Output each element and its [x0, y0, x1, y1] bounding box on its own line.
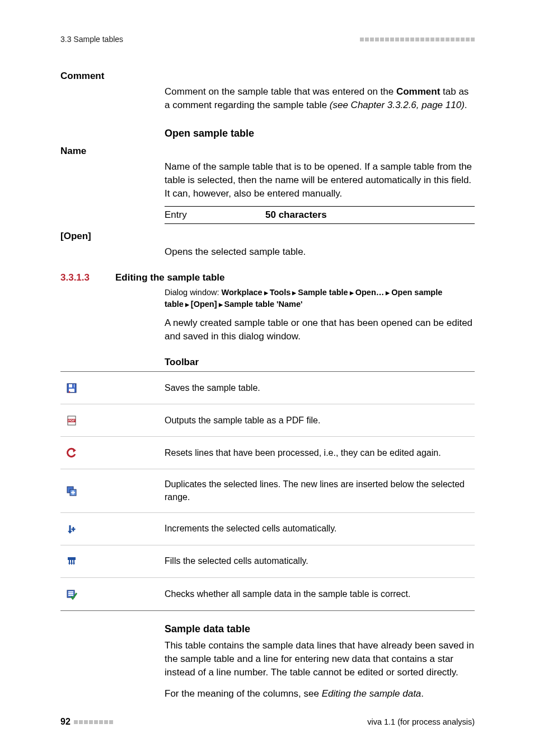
svg-rect-17 — [68, 557, 76, 560]
header-decoration-icon — [360, 38, 475, 41]
footer-decoration-icon — [74, 720, 113, 724]
section-header: 3.3.1.3 Editing the sample table — [60, 272, 475, 283]
row-desc: Outputs the sample table as a PDF file. — [165, 405, 475, 436]
page-footer: 92 viva 1.1 (for process analysis) — [60, 717, 475, 727]
section-ref: 3.3 Sample tables — [60, 35, 123, 44]
table-row: Saves the sample table. — [60, 372, 475, 404]
table-row: Checks whether all sample data in the sa… — [60, 578, 475, 610]
entry-label: Entry — [165, 208, 209, 222]
sample-data-table-heading: Sample data table — [165, 622, 475, 637]
row-desc: Duplicates the selected lines. The new l… — [165, 469, 475, 512]
svg-marker-22 — [71, 563, 73, 565]
term-open: [Open] — [60, 231, 475, 242]
svg-rect-27 — [68, 595, 73, 596]
sample-data-p2: For the meaning of the columns, see Edit… — [165, 687, 475, 701]
open-sample-table-heading: Open sample table — [165, 127, 475, 141]
svg-marker-23 — [73, 563, 75, 565]
section-title: Editing the sample table — [115, 272, 225, 283]
entry-value: 50 characters — [265, 208, 327, 222]
row-desc: Resets lines that have been processed, i… — [165, 438, 475, 468]
term-name: Name — [60, 146, 475, 157]
increment-icon — [60, 515, 165, 544]
table-row: Duplicates the selected lines. The new l… — [60, 469, 475, 513]
comment-body: Comment on the sample table that was ent… — [165, 85, 475, 112]
row-desc: Fills the selected cells automatically. — [165, 546, 475, 576]
row-desc: Checks whether all sample data in the sa… — [165, 579, 475, 609]
svg-text:PDF: PDF — [68, 419, 75, 422]
toolbar-heading: Toolbar — [165, 356, 475, 369]
pdf-icon: PDF — [60, 406, 165, 435]
section-paragraph: A newly created sample table or one that… — [165, 316, 475, 343]
row-desc: Saves the sample table. — [165, 373, 475, 403]
check-icon — [60, 580, 165, 609]
table-row: PDF Outputs the sample table as a PDF fi… — [60, 404, 475, 437]
table-row: Fills the selected cells automatically. — [60, 545, 475, 578]
toolbar-table: Saves the sample table. PDF Outputs the … — [60, 371, 475, 611]
term-comment: Comment — [60, 71, 475, 82]
svg-point-4 — [69, 391, 71, 393]
entry-row: Entry 50 characters — [165, 206, 475, 224]
open-body: Opens the selected sample table. — [165, 245, 475, 259]
table-row: Increments the selected cells automatica… — [60, 513, 475, 545]
reset-icon — [60, 438, 165, 468]
fill-icon — [60, 547, 165, 576]
running-header: 3.3 Sample tables — [60, 35, 475, 44]
dialog-path: Dialog window: Workplace▶Tools▶Sample ta… — [165, 287, 475, 310]
svg-marker-21 — [68, 563, 71, 565]
save-icon — [60, 374, 165, 403]
svg-rect-25 — [68, 591, 73, 592]
page-number: 92 — [60, 717, 71, 727]
svg-rect-2 — [72, 384, 74, 388]
duplicate-icon — [60, 477, 165, 506]
section-number: 3.3.1.3 — [60, 272, 100, 283]
svg-marker-14 — [68, 531, 72, 534]
sample-data-p1: This table contains the sample data line… — [165, 639, 475, 679]
table-row: Resets lines that have been processed, i… — [60, 437, 475, 469]
svg-rect-26 — [68, 593, 73, 594]
row-desc: Increments the selected cells automatica… — [165, 514, 475, 544]
footer-right-text: viva 1.1 (for process analysis) — [367, 717, 475, 726]
name-body: Name of the sample table that is to be o… — [165, 160, 475, 225]
